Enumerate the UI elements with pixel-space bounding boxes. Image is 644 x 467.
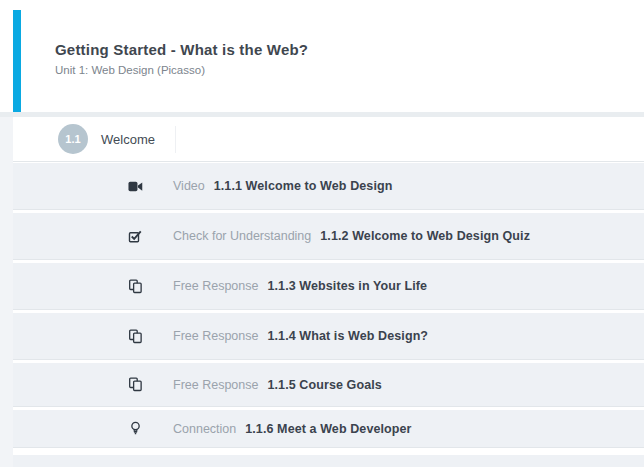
lesson-title[interactable]: 1.1.5 Course Goals [267,378,381,392]
lesson-type-label: Video [173,179,205,193]
lightbulb-icon [128,421,143,436]
lesson-type-label: Check for Understanding [173,229,311,243]
section-number-badge: 1.1 [58,124,88,154]
video-icon [128,179,143,194]
copy-icon [128,279,143,294]
module-header-card: Getting Started - What is the Web? Unit … [13,10,644,112]
copy-icon [128,329,143,344]
check-square-icon [128,229,143,244]
lesson-title[interactable]: 1.1.3 Websites in Your Life [267,279,427,293]
lesson-row[interactable]: Free Response1.1.5 Course Goals [13,363,644,407]
course-curriculum-page: Getting Started - What is the Web? Unit … [0,0,644,467]
lesson-title[interactable]: 1.1.1 Welcome to Web Design [214,179,393,193]
lesson-row[interactable]: Free Response1.1.3 Websites in Your Life [13,263,644,310]
lesson-row[interactable]: Video1.1.1 Welcome to Web Design [13,163,644,210]
lesson-row[interactable]: Check for Understanding1.1.2 Welcome to … [13,213,644,260]
lesson-type-label: Free Response [173,329,258,343]
lesson-list: Video1.1.1 Welcome to Web DesignCheck fo… [13,163,644,467]
section-label: Welcome [101,132,155,147]
section-column-divider [175,126,176,153]
page-left-margin [0,112,13,467]
lesson-type-label: Free Response [173,378,258,392]
lesson-row[interactable]: Free Response1.1.4 What is Web Design? [13,313,644,360]
module-title: Getting Started - What is the Web? [55,41,308,58]
module-accent-bar [13,10,21,112]
copy-icon [128,377,143,392]
lesson-type-label: Free Response [173,279,258,293]
lesson-title[interactable]: 1.1.4 What is Web Design? [267,329,428,343]
lesson-title[interactable]: 1.1.6 Meet a Web Developer [245,422,411,436]
lesson-type-label: Connection [173,422,236,436]
lesson-row[interactable]: Connection1.1.6 Meet a Web Developer [13,410,644,448]
lesson-title[interactable]: 1.1.2 Welcome to Web Design Quiz [320,229,530,243]
lesson-row-partial[interactable] [13,455,644,467]
section-header-row[interactable]: 1.1 Welcome [13,117,644,162]
module-subtitle: Unit 1: Web Design (Picasso) [55,64,205,76]
